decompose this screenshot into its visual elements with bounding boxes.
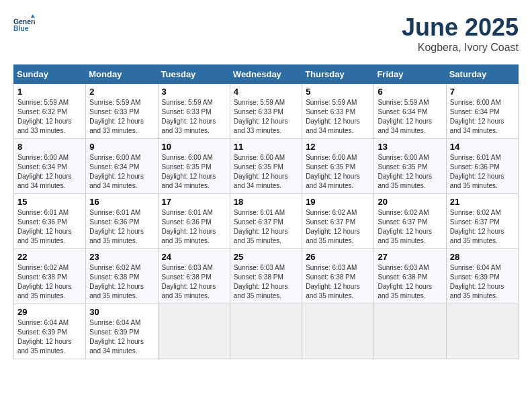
- calendar-week-4: 22Sunrise: 6:02 AMSunset: 6:38 PMDayligh…: [14, 249, 519, 304]
- day-number: 19: [306, 197, 370, 207]
- calendar-cell: 13Sunrise: 6:00 AMSunset: 6:35 PMDayligh…: [374, 139, 446, 194]
- calendar-cell: [230, 304, 302, 359]
- day-detail: Sunrise: 6:00 AMSunset: 6:34 PMDaylight:…: [450, 98, 515, 136]
- calendar-cell: 11Sunrise: 6:00 AMSunset: 6:35 PMDayligh…: [230, 139, 302, 194]
- day-number: 7: [450, 87, 515, 97]
- day-detail: Sunrise: 6:00 AMSunset: 6:35 PMDaylight:…: [378, 153, 442, 191]
- calendar-cell: 8Sunrise: 6:00 AMSunset: 6:34 PMDaylight…: [14, 139, 86, 194]
- day-header-wednesday: Wednesday: [230, 65, 302, 84]
- day-number: 11: [234, 142, 298, 152]
- day-header-monday: Monday: [86, 65, 158, 84]
- calendar-week-2: 8Sunrise: 6:00 AMSunset: 6:34 PMDaylight…: [14, 139, 519, 194]
- day-number: 23: [89, 252, 154, 262]
- day-number: 24: [162, 252, 226, 262]
- day-number: 25: [234, 252, 298, 262]
- calendar-cell: 30Sunrise: 6:04 AMSunset: 6:39 PMDayligh…: [86, 304, 158, 359]
- day-header-friday: Friday: [374, 65, 446, 84]
- calendar-cell: 27Sunrise: 6:03 AMSunset: 6:38 PMDayligh…: [374, 249, 446, 304]
- calendar-cell: 21Sunrise: 6:02 AMSunset: 6:37 PMDayligh…: [446, 194, 518, 249]
- day-number: 22: [17, 252, 82, 262]
- day-number: 1: [17, 87, 82, 97]
- day-number: 29: [17, 307, 82, 317]
- day-detail: Sunrise: 5:59 AMSunset: 6:33 PMDaylight:…: [162, 98, 226, 136]
- day-number: 16: [89, 197, 154, 207]
- day-number: 30: [89, 307, 154, 317]
- day-header-sunday: Sunday: [14, 65, 86, 84]
- day-detail: Sunrise: 6:02 AMSunset: 6:37 PMDaylight:…: [306, 208, 370, 246]
- day-detail: Sunrise: 6:00 AMSunset: 6:35 PMDaylight:…: [162, 153, 226, 191]
- calendar-week-5: 29Sunrise: 6:04 AMSunset: 6:39 PMDayligh…: [14, 304, 519, 359]
- day-number: 12: [306, 142, 370, 152]
- day-number: 21: [450, 197, 515, 207]
- day-detail: Sunrise: 6:01 AMSunset: 6:36 PMDaylight:…: [450, 153, 515, 191]
- day-detail: Sunrise: 6:03 AMSunset: 6:38 PMDaylight:…: [234, 263, 298, 301]
- page-header: General Blue June 2025 Kogbera, Ivory Co…: [13, 13, 519, 54]
- calendar-cell: 23Sunrise: 6:02 AMSunset: 6:38 PMDayligh…: [86, 249, 158, 304]
- day-detail: Sunrise: 6:04 AMSunset: 6:39 PMDaylight:…: [450, 263, 515, 301]
- svg-text:General: General: [13, 18, 35, 26]
- day-number: 14: [450, 142, 515, 152]
- day-detail: Sunrise: 6:03 AMSunset: 6:38 PMDaylight:…: [162, 263, 226, 301]
- day-detail: Sunrise: 6:03 AMSunset: 6:38 PMDaylight:…: [378, 263, 442, 301]
- calendar-cell: 16Sunrise: 6:01 AMSunset: 6:36 PMDayligh…: [86, 194, 158, 249]
- day-detail: Sunrise: 5:59 AMSunset: 6:33 PMDaylight:…: [306, 98, 370, 136]
- day-detail: Sunrise: 5:59 AMSunset: 6:34 PMDaylight:…: [378, 98, 442, 136]
- day-number: 10: [162, 142, 226, 152]
- logo-icon: General Blue: [13, 13, 35, 35]
- day-detail: Sunrise: 6:01 AMSunset: 6:36 PMDaylight:…: [162, 208, 226, 246]
- calendar-cell: 12Sunrise: 6:00 AMSunset: 6:35 PMDayligh…: [302, 139, 374, 194]
- calendar-cell: 18Sunrise: 6:01 AMSunset: 6:37 PMDayligh…: [230, 194, 302, 249]
- day-number: 3: [162, 87, 226, 97]
- day-detail: Sunrise: 6:02 AMSunset: 6:38 PMDaylight:…: [17, 263, 82, 301]
- svg-text:Blue: Blue: [13, 25, 29, 32]
- calendar-body: 1Sunrise: 5:59 AMSunset: 6:32 PMDaylight…: [14, 84, 519, 359]
- day-detail: Sunrise: 6:03 AMSunset: 6:38 PMDaylight:…: [306, 263, 370, 301]
- day-number: 15: [17, 197, 82, 207]
- calendar-week-1: 1Sunrise: 5:59 AMSunset: 6:32 PMDaylight…: [14, 84, 519, 139]
- day-detail: Sunrise: 6:02 AMSunset: 6:37 PMDaylight:…: [378, 208, 442, 246]
- calendar-table: SundayMondayTuesdayWednesdayThursdayFrid…: [13, 64, 519, 359]
- day-number: 9: [89, 142, 154, 152]
- calendar-header-row: SundayMondayTuesdayWednesdayThursdayFrid…: [14, 65, 519, 84]
- calendar-cell: 1Sunrise: 5:59 AMSunset: 6:32 PMDaylight…: [14, 84, 86, 139]
- logo: General Blue: [13, 13, 35, 35]
- day-detail: Sunrise: 5:59 AMSunset: 6:33 PMDaylight:…: [234, 98, 298, 136]
- calendar-cell: 25Sunrise: 6:03 AMSunset: 6:38 PMDayligh…: [230, 249, 302, 304]
- title-block: June 2025 Kogbera, Ivory Coast: [402, 13, 519, 54]
- calendar-cell: 22Sunrise: 6:02 AMSunset: 6:38 PMDayligh…: [14, 249, 86, 304]
- calendar-cell: [302, 304, 374, 359]
- day-number: 2: [89, 87, 154, 97]
- day-number: 26: [306, 252, 370, 262]
- day-number: 28: [450, 252, 515, 262]
- calendar-cell: 14Sunrise: 6:01 AMSunset: 6:36 PMDayligh…: [446, 139, 518, 194]
- calendar-cell: 9Sunrise: 6:00 AMSunset: 6:34 PMDaylight…: [86, 139, 158, 194]
- day-number: 18: [234, 197, 298, 207]
- calendar-cell: 15Sunrise: 6:01 AMSunset: 6:36 PMDayligh…: [14, 194, 86, 249]
- day-number: 17: [162, 197, 226, 207]
- day-detail: Sunrise: 6:04 AMSunset: 6:39 PMDaylight:…: [17, 318, 82, 356]
- calendar-cell: 7Sunrise: 6:00 AMSunset: 6:34 PMDaylight…: [446, 84, 518, 139]
- day-detail: Sunrise: 6:04 AMSunset: 6:39 PMDaylight:…: [89, 318, 154, 356]
- calendar-cell: 3Sunrise: 5:59 AMSunset: 6:33 PMDaylight…: [158, 84, 230, 139]
- day-number: 27: [378, 252, 442, 262]
- calendar-cell: 24Sunrise: 6:03 AMSunset: 6:38 PMDayligh…: [158, 249, 230, 304]
- day-detail: Sunrise: 6:00 AMSunset: 6:35 PMDaylight:…: [234, 153, 298, 191]
- day-number: 6: [378, 87, 442, 97]
- calendar-cell: [374, 304, 446, 359]
- day-detail: Sunrise: 6:00 AMSunset: 6:34 PMDaylight:…: [89, 153, 154, 191]
- day-number: 13: [378, 142, 442, 152]
- day-detail: Sunrise: 5:59 AMSunset: 6:32 PMDaylight:…: [17, 98, 82, 136]
- day-detail: Sunrise: 6:00 AMSunset: 6:35 PMDaylight:…: [306, 153, 370, 191]
- calendar-cell: 19Sunrise: 6:02 AMSunset: 6:37 PMDayligh…: [302, 194, 374, 249]
- day-header-saturday: Saturday: [446, 65, 518, 84]
- day-detail: Sunrise: 6:02 AMSunset: 6:38 PMDaylight:…: [89, 263, 154, 301]
- calendar-week-3: 15Sunrise: 6:01 AMSunset: 6:36 PMDayligh…: [14, 194, 519, 249]
- day-detail: Sunrise: 6:01 AMSunset: 6:37 PMDaylight:…: [234, 208, 298, 246]
- calendar-cell: 10Sunrise: 6:00 AMSunset: 6:35 PMDayligh…: [158, 139, 230, 194]
- calendar-title: June 2025: [402, 13, 519, 42]
- day-number: 4: [234, 87, 298, 97]
- calendar-cell: 26Sunrise: 6:03 AMSunset: 6:38 PMDayligh…: [302, 249, 374, 304]
- day-header-thursday: Thursday: [302, 65, 374, 84]
- calendar-cell: 4Sunrise: 5:59 AMSunset: 6:33 PMDaylight…: [230, 84, 302, 139]
- calendar-cell: 17Sunrise: 6:01 AMSunset: 6:36 PMDayligh…: [158, 194, 230, 249]
